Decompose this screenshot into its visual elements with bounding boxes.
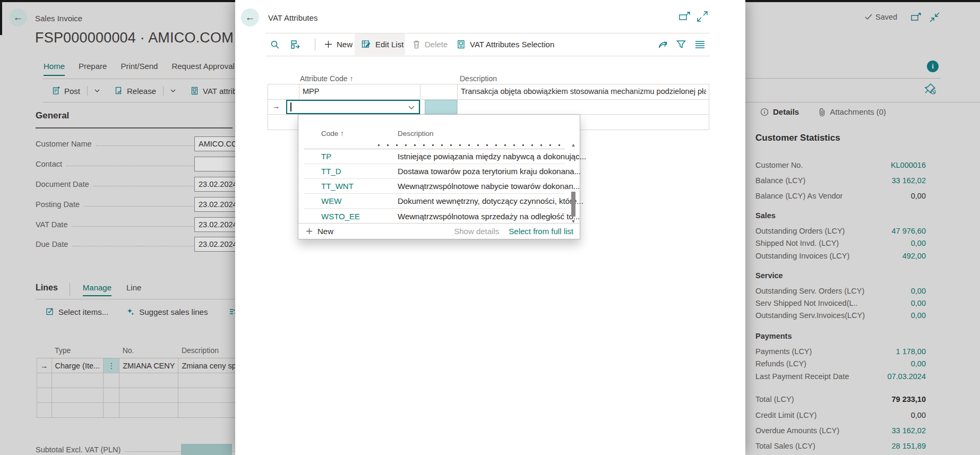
option-description: Istniejące powiązania między nabywcą a d… <box>398 152 586 161</box>
sort-ascending-icon: ↑ <box>349 74 353 83</box>
dropdown-option-tt-d[interactable]: TT_D Dostawa towarów poza terytorium kra… <box>304 164 565 179</box>
option-code[interactable]: TT_WNT <box>321 182 354 191</box>
filter-funnel-icon <box>676 40 686 49</box>
attribute-code-dropdown: Code ↑ Description TP Istniejące powiąza… <box>298 114 580 239</box>
option-code[interactable]: TT_D <box>321 167 341 176</box>
selected-adjacent-cell[interactable] <box>425 100 457 114</box>
option-description: Dostawa towarów poza terytorium kraju do… <box>398 167 581 176</box>
grid-line <box>268 84 709 84</box>
search-icon <box>270 40 280 49</box>
dropdown-code-header[interactable]: Code ↑ <box>321 130 344 138</box>
option-code[interactable]: TP <box>321 152 331 161</box>
grid-line <box>268 84 268 130</box>
cell-attribute-code[interactable]: MPP <box>303 87 417 96</box>
dropdown-description-header[interactable]: Description <box>398 130 434 138</box>
vat-attributes-dialog: ← VAT Attributes <box>235 0 745 455</box>
trash-icon <box>412 40 420 49</box>
vat-attributes-selection-button[interactable]: VAT Attributes Selection <box>457 33 554 56</box>
toolbar-bottom-divider <box>265 56 710 56</box>
new-label: New <box>337 40 353 49</box>
dialog-title: VAT Attributes <box>268 13 317 22</box>
description-column-header[interactable]: Description <box>460 74 497 83</box>
vat-attributes-selection-label: VAT Attributes Selection <box>470 40 554 49</box>
scrollbar-thumb[interactable] <box>571 192 575 217</box>
delete-label: Delete <box>425 40 448 49</box>
column-label: Description <box>460 74 497 83</box>
column-label: Code <box>321 130 338 138</box>
option-description: Wewnątrzwspólnotowa sprzedaży na odległo… <box>398 212 580 221</box>
popout-icon[interactable] <box>679 12 690 22</box>
sort-ascending-icon: ↑ <box>340 130 344 138</box>
cell-description[interactable]: Transakcja objęta obowiązkiem stosowania… <box>461 87 706 96</box>
delete-button[interactable]: Delete <box>412 33 448 56</box>
dropdown-scrollbar[interactable]: ▲ ▼ <box>570 142 577 224</box>
option-description: Dokument wewnętrzny, dotyczący czynności… <box>398 196 583 205</box>
new-label: New <box>317 227 333 236</box>
attribute-code-editor[interactable] <box>286 100 420 114</box>
list-menu-icon <box>695 40 705 48</box>
option-description: Wewnątrzwspólnotowe nabycie towarów doko… <box>398 182 580 191</box>
back-arrow-icon: ← <box>245 12 255 23</box>
active-row-arrow-icon: → <box>272 102 280 110</box>
search-button[interactable] <box>270 33 280 56</box>
grid-line <box>709 84 709 130</box>
dropdown-option-wsto-ee[interactable]: WSTO_EE Wewnątrzwspólnotowa sprzedaży na… <box>304 209 565 224</box>
show-details-link[interactable]: Show details <box>454 227 499 236</box>
edit-list-button[interactable]: Edit List <box>362 33 403 56</box>
dialog-back-button[interactable]: ← <box>241 8 259 27</box>
option-code[interactable]: WEW <box>321 196 341 205</box>
analyze-button[interactable] <box>290 33 300 56</box>
plus-icon <box>306 228 313 235</box>
dropdown-option-tt-wnt[interactable]: TT_WNT Wewnątrzwspólnotowe nabycie towar… <box>304 179 565 194</box>
partially-scrolled-row <box>378 144 561 146</box>
dropdown-new-button[interactable]: New <box>306 227 333 236</box>
new-button[interactable]: New <box>324 33 353 56</box>
attribute-code-column-header[interactable]: Attribute Code ↑ <box>300 74 353 83</box>
edit-list-label: Edit List <box>375 40 403 49</box>
edit-list-icon <box>362 40 371 49</box>
column-label: Attribute Code <box>300 74 348 83</box>
list-options-button[interactable] <box>695 33 705 56</box>
vat-selection-icon <box>457 40 466 49</box>
expand-icon[interactable] <box>697 11 708 22</box>
option-code[interactable]: WSTO_EE <box>321 212 360 221</box>
dropdown-option-tp[interactable]: TP Istniejące powiązania między nabywcą … <box>304 149 565 164</box>
dialog-toolbar: New Edit List Delete <box>235 33 745 56</box>
column-label: Description <box>398 130 434 138</box>
app-screen: ← Sales Invoice FSP000000004 · AMICO.COM… <box>0 0 980 455</box>
select-from-full-list-link[interactable]: Select from full list <box>509 227 573 236</box>
text-caret <box>290 102 291 111</box>
share-icon <box>658 40 668 49</box>
dropdown-option-wew[interactable]: WEW Dokument wewnętrzny, dotyczący czynn… <box>304 194 565 209</box>
plus-icon <box>324 40 332 48</box>
analyze-grid-icon <box>290 40 300 49</box>
dropdown-chevron-icon[interactable] <box>408 106 415 109</box>
dropdown-footer: New Show details Select from full list <box>298 223 581 239</box>
filter-button[interactable] <box>676 33 686 56</box>
share-button[interactable] <box>658 33 668 56</box>
toolbar-divider <box>315 38 315 50</box>
scroll-up-icon[interactable]: ▲ <box>570 142 577 148</box>
